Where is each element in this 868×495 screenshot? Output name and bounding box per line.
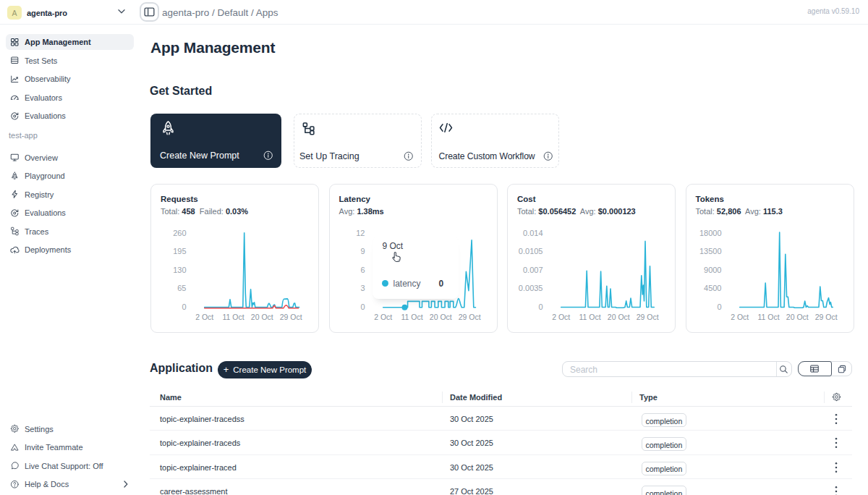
svg-text:11 Oct: 11 Oct <box>401 313 422 321</box>
svg-text:20 Oct: 20 Oct <box>429 313 451 321</box>
svg-text:0.014: 0.014 <box>523 229 543 237</box>
svg-text:29 Oct: 29 Oct <box>280 313 302 321</box>
svg-text:9: 9 <box>360 247 365 255</box>
svg-text:20 Oct: 20 Oct <box>608 313 630 321</box>
svg-text:0: 0 <box>538 302 542 311</box>
svg-text:3: 3 <box>360 284 365 292</box>
svg-text:195: 195 <box>173 247 186 255</box>
svg-text:2 Oct: 2 Oct <box>374 313 392 321</box>
svg-text:260: 260 <box>173 229 186 237</box>
svg-text:0: 0 <box>182 302 186 311</box>
svg-text:0.0035: 0.0035 <box>519 284 543 292</box>
svg-text:0.007: 0.007 <box>523 266 543 274</box>
svg-text:65: 65 <box>177 284 186 292</box>
svg-text:29 Oct: 29 Oct <box>637 313 659 321</box>
svg-text:11 Oct: 11 Oct <box>757 313 779 321</box>
svg-text:20 Oct: 20 Oct <box>786 313 808 321</box>
svg-text:130: 130 <box>173 266 186 274</box>
svg-text:9000: 9000 <box>704 266 721 274</box>
svg-text:0: 0 <box>360 302 365 311</box>
svg-text:29 Oct: 29 Oct <box>458 313 480 321</box>
svg-text:29 Oct: 29 Oct <box>814 313 837 321</box>
svg-text:4500: 4500 <box>704 284 721 292</box>
svg-text:11 Oct: 11 Oct <box>222 313 244 321</box>
svg-text:11 Oct: 11 Oct <box>579 313 600 321</box>
svg-text:2 Oct: 2 Oct <box>195 313 213 321</box>
svg-text:12: 12 <box>356 229 365 237</box>
svg-text:13500: 13500 <box>699 247 721 255</box>
svg-text:18000: 18000 <box>699 229 721 237</box>
svg-text:0: 0 <box>717 302 721 311</box>
svg-text:6: 6 <box>360 266 365 274</box>
svg-text:2 Oct: 2 Oct <box>731 313 749 321</box>
svg-text:0.0105: 0.0105 <box>519 247 543 255</box>
svg-text:20 Oct: 20 Oct <box>251 313 273 321</box>
svg-text:2 Oct: 2 Oct <box>552 313 570 321</box>
